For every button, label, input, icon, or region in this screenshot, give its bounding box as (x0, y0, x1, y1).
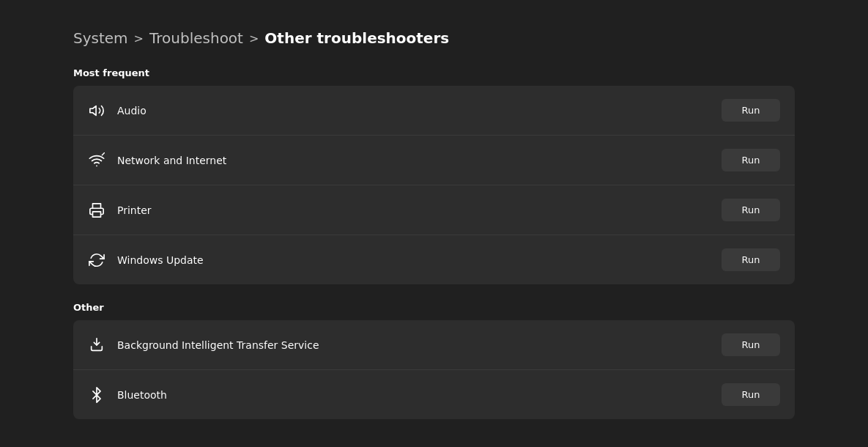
item-left-bluetooth: Bluetooth (88, 386, 167, 404)
printer-label: Printer (117, 204, 152, 216)
other-group: Background Intelligent Transfer Service … (73, 320, 795, 419)
network-label: Network and Internet (117, 155, 226, 166)
most-frequent-section: Most frequent Audio Run (73, 67, 795, 284)
svg-point-1 (96, 165, 97, 166)
printer-icon (88, 202, 105, 219)
audio-run-button[interactable]: Run (722, 99, 780, 122)
breadcrumb-sep1: > (134, 32, 144, 45)
windows-update-label: Windows Update (117, 254, 204, 266)
list-item: Background Intelligent Transfer Service … (73, 320, 795, 370)
list-item: Audio Run (73, 86, 795, 136)
most-frequent-group: Audio Run (73, 86, 795, 284)
audio-icon (88, 102, 105, 119)
breadcrumb-sep2: > (249, 32, 259, 45)
list-item: Network and Internet Run (73, 136, 795, 185)
breadcrumb: System > Troubleshoot > Other troublesho… (73, 29, 795, 47)
bits-icon (88, 336, 105, 354)
list-item: Bluetooth Run (73, 370, 795, 419)
windows-update-icon (88, 251, 105, 269)
other-section: Other Background Intelligent Transfer Se… (73, 302, 795, 419)
network-icon (88, 152, 105, 169)
item-left-printer: Printer (88, 202, 152, 219)
breadcrumb-troubleshoot: Troubleshoot (149, 29, 243, 47)
list-item: Printer Run (73, 185, 795, 235)
printer-run-button[interactable]: Run (722, 199, 780, 221)
svg-line-2 (102, 152, 105, 155)
bits-run-button[interactable]: Run (722, 333, 780, 356)
page-container: System > Troubleshoot > Other troublesho… (0, 0, 868, 447)
bluetooth-run-button[interactable]: Run (722, 383, 780, 406)
other-title: Other (73, 302, 795, 313)
item-left-bits: Background Intelligent Transfer Service (88, 336, 319, 354)
item-left-audio: Audio (88, 102, 146, 119)
bits-label: Background Intelligent Transfer Service (117, 339, 319, 351)
bluetooth-label: Bluetooth (117, 389, 167, 401)
windows-update-run-button[interactable]: Run (722, 248, 780, 271)
network-run-button[interactable]: Run (722, 149, 780, 171)
item-left-update: Windows Update (88, 251, 204, 269)
item-left-network: Network and Internet (88, 152, 226, 169)
bluetooth-icon (88, 386, 105, 404)
audio-label: Audio (117, 105, 146, 117)
most-frequent-title: Most frequent (73, 67, 795, 78)
svg-marker-0 (90, 106, 96, 115)
breadcrumb-system: System (73, 29, 128, 47)
breadcrumb-current: Other troubleshooters (264, 29, 449, 47)
list-item: Windows Update Run (73, 235, 795, 284)
svg-rect-3 (93, 211, 101, 216)
